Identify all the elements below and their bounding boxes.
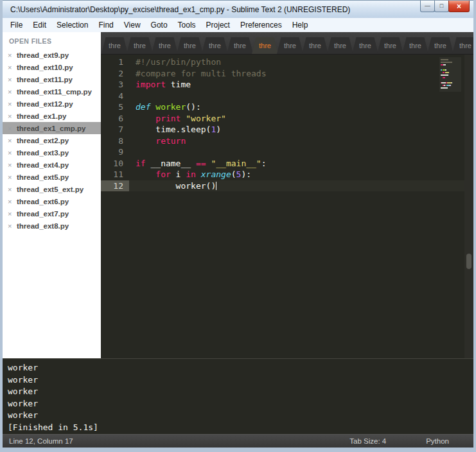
tab-label: thre [359,42,371,49]
build-output-panel: workerworkerworkerworkerworker[Finished … [3,358,473,434]
close-file-icon[interactable]: × [8,137,17,144]
menu-goto[interactable]: Goto [146,19,173,31]
close-file-icon[interactable]: × [8,112,17,120]
close-file-icon[interactable]: × [8,76,17,83]
menu-project[interactable]: Project [201,19,235,31]
tab-size-indicator[interactable]: Tab Size: 4 [349,437,386,445]
sidebar-file[interactable]: ×thread_ext8.py [3,220,101,232]
token: (): [186,102,200,112]
menu-tools[interactable]: Tools [173,19,201,31]
close-file-icon[interactable]: × [8,125,17,132]
sidebar-file[interactable]: ×thread_ext11_cmp.py [3,85,101,98]
close-file-icon[interactable]: × [8,186,17,193]
sidebar-file[interactable]: ×thread_ex1_cmp.py [3,122,101,134]
tab[interactable]: thre [302,37,328,54]
vertical-scrollbar[interactable] [464,55,473,358]
menu-preferences[interactable]: Preferences [235,19,287,31]
close-file-icon[interactable]: × [8,51,17,59]
code-area[interactable]: 1#!/usr/bin/python2#compare for multi th… [101,56,464,191]
minimize-button[interactable]: — [420,1,435,12]
close-file-icon[interactable]: × [8,210,17,218]
scrollbar-thumb[interactable] [466,254,472,269]
tab[interactable]: thre [277,37,303,54]
code-line[interactable]: 2#compare for multi threads [101,68,464,80]
line-number: 1 [101,56,129,68]
tab[interactable]: thre [202,37,228,54]
close-file-icon[interactable]: × [8,173,17,181]
tab[interactable]: thre [327,37,353,54]
menu-file[interactable]: File [5,19,28,31]
menu-find[interactable]: Find [93,19,118,31]
sidebar-file[interactable]: ×thread_ex1.py [3,110,101,122]
token: __name__ [146,159,196,168]
code-line[interactable]: 12 worker() [101,180,464,192]
file-name: thread_ext8.py [17,222,69,230]
sidebar-file[interactable]: ×thread_ext11.py [3,73,101,85]
sidebar-file[interactable]: ×thread_ext4.py [3,159,101,171]
line-number: 2 [101,68,129,80]
code-line[interactable]: 5def worker(): [101,101,464,113]
code-line[interactable]: 4 [101,91,464,102]
tab[interactable]: thre [402,37,428,54]
code-line[interactable]: 10if __name__ == "__main__": [101,158,464,170]
line-number: 5 [101,101,129,113]
sidebar-file[interactable]: ×thread_ext9.py [3,49,101,61]
sidebar-file[interactable]: ×thread_ext5.py [3,171,101,183]
minimap-row [441,64,460,65]
sidebar-file[interactable]: ×thread_ext12.py [3,98,101,110]
tab[interactable]: thre [352,37,378,54]
tab[interactable]: thre [227,37,253,54]
close-file-icon[interactable]: × [8,88,17,96]
maximize-button[interactable]: □ [434,1,449,12]
tab[interactable]: thre [127,37,153,54]
close-file-icon[interactable]: × [8,64,17,71]
tab[interactable]: thre [427,37,454,54]
sidebar-file[interactable]: ×thread_ext5_ext.py [3,183,101,195]
menu-view[interactable]: View [119,19,146,31]
sidebar-file[interactable]: ×thread_ext3.py [3,146,101,159]
code-line[interactable]: 9 [101,146,464,158]
syntax-mode-indicator[interactable]: Python [426,437,449,445]
tab[interactable]: thre [452,37,473,54]
code-line[interactable]: 11 for i in xrange(5): [101,169,464,180]
token: if [136,159,146,168]
code-line[interactable]: 1#!/usr/bin/python [101,56,464,68]
tab[interactable]: thre [152,37,178,54]
close-file-icon[interactable]: × [8,149,17,157]
tab[interactable]: thre [101,37,128,54]
tab-bar: threthrethrethrethrethrethrethrethrethre… [101,32,473,55]
token: time.sleep( [136,125,211,134]
sidebar-file[interactable]: ×thread_ext2.py [3,134,101,146]
file-name: thread_ext5.py [17,173,69,181]
code-line[interactable]: 6 print "worker" [101,113,464,125]
minimap-row [441,87,460,89]
code-line[interactable]: 8 return [101,135,464,147]
sidebar-file[interactable]: ×thread_ext7.py [3,207,101,220]
close-file-icon[interactable]: × [8,198,17,205]
menu-selection[interactable]: Selection [51,19,93,31]
editor[interactable]: 1#!/usr/bin/python2#compare for multi th… [101,55,473,358]
close-file-icon[interactable]: × [8,100,17,108]
menu-edit[interactable]: Edit [28,19,51,31]
line-number: 12 [101,180,129,192]
cursor-position: Line 12, Column 17 [9,437,73,445]
code-text: worker() [129,180,216,192]
open-files-list: ×thread_ext9.py×thread_ext10.py×thread_e… [3,49,101,232]
sidebar-file[interactable]: ×thread_ext10.py [3,61,101,73]
code-line[interactable]: 3import time [101,79,464,91]
tab[interactable]: thre [177,37,203,54]
tab[interactable]: thre [252,37,278,54]
close-button[interactable]: × [448,1,470,12]
code-line[interactable]: 7 time.sleep(1) [101,124,464,135]
sidebar-file[interactable]: ×thread_ext6.py [3,195,101,207]
minimap-seg [443,77,445,78]
tab[interactable]: thre [377,37,403,54]
minimap-row [441,69,460,71]
minimap[interactable] [439,57,461,92]
tab-label: thre [134,42,146,49]
close-file-icon[interactable]: × [8,161,17,169]
minimap-seg [447,82,452,83]
menu-help[interactable]: Help [287,19,313,31]
close-file-icon[interactable]: × [8,222,17,230]
minimap-seg [450,85,451,86]
